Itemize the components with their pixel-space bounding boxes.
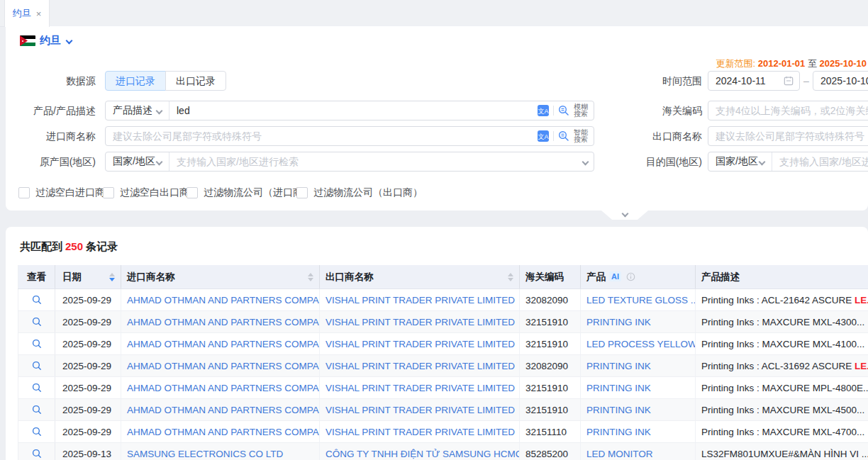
header-product: 产品AI xyxy=(581,265,696,289)
exporter-link[interactable]: VISHAL PRINT TRADER PRIVATE LIMITED xyxy=(326,405,515,415)
product-link[interactable]: PRINTING INK xyxy=(586,383,651,393)
exporter-link[interactable]: CÔNG TY TNHH ĐIỆN TỬ SAMSUNG HCMC... xyxy=(326,449,520,459)
close-icon[interactable]: × xyxy=(36,9,42,18)
view-cell xyxy=(18,443,55,460)
origin-country-label: 原产国(地区) xyxy=(0,152,96,172)
table-row: 2025-09-29 AHMAD OTHMAN AND PARTNERS COM… xyxy=(18,289,868,311)
importer-link[interactable]: AHMAD OTHMAN AND PARTNERS COMPA... xyxy=(127,361,320,371)
origin-country-select[interactable]: 国家/地区 xyxy=(106,152,169,171)
product-link[interactable]: PRINTING INK xyxy=(586,361,651,371)
view-record-icon[interactable] xyxy=(18,333,55,354)
importer-link[interactable]: AHMAD OTHMAN AND PARTNERS COMPA... xyxy=(127,339,320,349)
dest-country-group: 国家/地区 xyxy=(708,152,868,172)
product-link[interactable]: PRINTING INK xyxy=(586,317,651,327)
row-description: Printing Inks : MAXCURE MPL-4800E... xyxy=(696,377,868,399)
dest-country-input[interactable] xyxy=(772,153,868,170)
view-record-icon[interactable] xyxy=(18,421,55,442)
row-desc-text: Printing Inks : MAXCURE MPL-4800E... xyxy=(701,383,868,393)
importer-link[interactable]: SAMSUNG ELECTRONICS CO LTD xyxy=(127,449,283,459)
date-start-input[interactable] xyxy=(708,72,784,89)
table-row: 2025-09-29 AHMAD OTHMAN AND PARTNERS COM… xyxy=(18,355,868,377)
table-row: 2025-09-29 AHMAD OTHMAN AND PARTNERS COM… xyxy=(18,399,868,421)
header-view: 查看 xyxy=(18,265,55,289)
view-record-icon[interactable] xyxy=(18,399,55,420)
export-records-toggle[interactable]: 出口记录 xyxy=(165,71,226,91)
checkbox[interactable] xyxy=(296,187,308,198)
sort-importer[interactable] xyxy=(308,273,313,281)
chevron-down-icon xyxy=(156,108,163,115)
dest-country-select[interactable]: 国家/地区 xyxy=(708,152,772,171)
row-date: 2025-09-29 xyxy=(55,311,121,333)
tab-jordan[interactable]: 约旦 × xyxy=(4,0,50,27)
view-cell xyxy=(18,377,55,399)
importer-link[interactable]: AHMAD OTHMAN AND PARTNERS COMPA... xyxy=(127,317,320,327)
view-record-icon[interactable] xyxy=(18,289,55,310)
product-link[interactable]: LED PROCESS YELLOW... xyxy=(586,339,696,349)
table-row: 2025-09-13 SAMSUNG ELECTRONICS CO LTD CÔ… xyxy=(18,443,868,460)
product-link[interactable]: LED MONITOR xyxy=(586,449,653,459)
importer-link[interactable]: AHMAD OTHMAN AND PARTNERS COMPA... xyxy=(127,383,320,393)
exporter-link[interactable]: VISHAL PRINT TRADER PRIVATE LIMITED xyxy=(326,361,515,371)
country-selector-label[interactable]: 约旦 xyxy=(40,33,61,48)
origin-country-input[interactable] xyxy=(169,153,583,170)
fuzzy-search-label[interactable]: 模糊搜索 xyxy=(574,103,588,118)
product-input-group: 产品描述 文A 模糊搜索 xyxy=(105,101,594,120)
collapse-panel-button[interactable] xyxy=(601,211,648,220)
row-date: 2025-09-29 xyxy=(55,355,121,377)
filter-logistics-exporter: 过滤物流公司（出口商） xyxy=(296,186,423,200)
checkbox[interactable] xyxy=(187,187,198,198)
sort-exporter[interactable] xyxy=(508,273,513,281)
translate-icon[interactable]: 文A xyxy=(538,105,549,116)
smart-search-label[interactable]: 智能搜索 xyxy=(574,129,588,143)
exporter-link[interactable]: VISHAL PRINT TRADER PRIVATE LIMITED xyxy=(326,427,515,437)
info-icon[interactable] xyxy=(626,272,635,281)
exporter-link[interactable]: VISHAL PRINT TRADER PRIVATE LIMITED xyxy=(326,339,515,349)
importer-input[interactable] xyxy=(106,128,538,145)
product-label: 产品/产品描述 xyxy=(0,101,96,120)
importer-link[interactable]: AHMAD OTHMAN AND PARTNERS COMPA... xyxy=(127,427,320,437)
date-end-input[interactable] xyxy=(813,72,868,89)
fuzzy-search-icon[interactable] xyxy=(558,105,569,116)
row-desc-highlight: LE... xyxy=(855,361,868,371)
exporter-input[interactable] xyxy=(708,128,868,145)
view-record-icon[interactable] xyxy=(18,443,55,460)
product-type-select[interactable]: 产品描述 xyxy=(106,101,169,120)
product-link[interactable]: PRINTING INK xyxy=(586,405,651,415)
divider xyxy=(553,131,554,141)
view-record-icon[interactable] xyxy=(18,311,55,332)
filter-logistics-importer: 过滤物流公司（进口商） xyxy=(187,186,313,200)
product-link[interactable]: PRINTING INK xyxy=(586,427,651,437)
exporter-link[interactable]: VISHAL PRINT TRADER PRIVATE LIMITED xyxy=(326,383,515,393)
exporter-link[interactable]: VISHAL PRINT TRADER PRIVATE LIMITED xyxy=(326,295,515,305)
exporter-link[interactable]: VISHAL PRINT TRADER PRIVATE LIMITED xyxy=(326,317,515,327)
date-end-input-wrap xyxy=(813,71,868,91)
smart-search-icon[interactable] xyxy=(558,130,569,142)
table-row: 2025-09-29 AHMAD OTHMAN AND PARTNERS COM… xyxy=(18,377,868,399)
importer-link[interactable]: AHMAD OTHMAN AND PARTNERS COMPA... xyxy=(127,295,320,305)
product-search-input[interactable] xyxy=(169,102,538,119)
importer-link[interactable]: AHMAD OTHMAN AND PARTNERS COMPA... xyxy=(127,405,320,415)
table-row: 2025-09-29 AHMAD OTHMAN AND PARTNERS COM… xyxy=(18,311,868,333)
checkbox[interactable] xyxy=(103,187,114,198)
hs-code-input[interactable] xyxy=(708,102,868,119)
importer-input-group: 文A 智能搜索 xyxy=(105,126,594,146)
translate-icon[interactable]: 文A xyxy=(538,130,549,142)
view-record-icon[interactable] xyxy=(18,377,55,398)
row-hs-code: 32082090 xyxy=(520,289,581,311)
update-range-end: 2025-10-10 xyxy=(820,58,867,69)
header-description: 产品描述 xyxy=(696,265,868,289)
sort-date[interactable] xyxy=(109,273,115,281)
view-cell xyxy=(18,355,55,377)
row-desc-text: Printing Inks : MAXCURE MXL-4700... xyxy=(701,427,864,437)
row-hs-code: 32082090 xyxy=(520,355,581,377)
origin-country-group: 国家/地区 xyxy=(105,152,594,172)
update-range-to: 至 xyxy=(808,58,817,69)
table-row: 2025-09-29 AHMAD OTHMAN AND PARTNERS COM… xyxy=(18,333,868,355)
calendar-icon[interactable] xyxy=(784,76,794,86)
update-range: 更新范围: 2012-01-01 至 2025-10-10 xyxy=(716,58,867,69)
checkbox[interactable] xyxy=(18,187,30,198)
chevron-down-icon[interactable] xyxy=(582,159,589,166)
product-link[interactable]: LED TEXTURE GLOSS ... xyxy=(586,295,696,305)
import-records-toggle[interactable]: 进口记录 xyxy=(105,71,166,91)
view-record-icon[interactable] xyxy=(18,355,55,376)
